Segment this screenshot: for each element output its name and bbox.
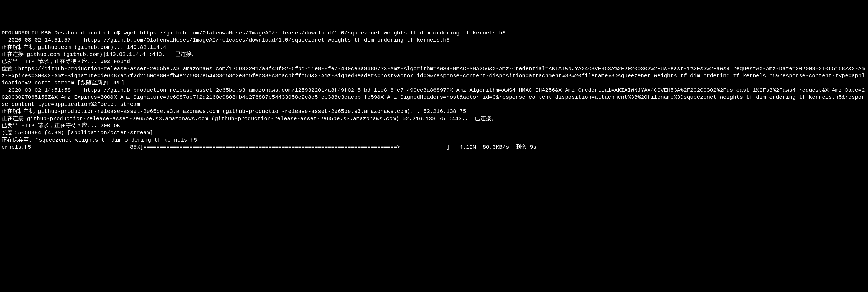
progress-spacer4	[509, 144, 516, 150]
progress-spacer2	[450, 144, 460, 150]
command-line: DFOUNDERLIU-MB0:Desktop dfounderliu$ wge…	[2, 30, 866, 37]
output-line: 已发出 HTTP 请求，正在等待回应... 302 Found	[2, 58, 866, 65]
progress-bar-open: [	[140, 144, 143, 150]
progress-spacer5	[527, 144, 530, 150]
output-line: --2020-03-02 14:51:58-- https://github-p…	[2, 87, 866, 108]
progress-eta: 9s	[530, 144, 536, 150]
output-line: 长度：5059384 (4.8M) [application/octet-str…	[2, 129, 866, 136]
output-line: 已发出 HTTP 请求，正在等待回应... 200 OK	[2, 122, 866, 129]
progress-filename: ernels.h5	[2, 144, 31, 150]
progress-bar-close: ]	[446, 144, 450, 150]
output-line: 正在解析主机 github-production-release-asset-2…	[2, 108, 866, 115]
progress-downloaded: 4.12M	[460, 144, 476, 150]
progress-percent: 85%	[130, 144, 140, 150]
progress-spacer	[31, 144, 130, 150]
progress-spacer3	[476, 144, 483, 150]
output-line: --2020-03-02 14:51:57-- https://github.c…	[2, 37, 866, 44]
terminal-output[interactable]: DFOUNDERLIU-MB0:Desktop dfounderliu$ wge…	[2, 30, 866, 151]
shell-prompt: DFOUNDERLIU-MB0:Desktop dfounderliu$	[2, 30, 123, 36]
progress-speed: 80.3KB/s	[483, 144, 509, 150]
output-line: 正在解析主机 github.com (github.com)... 140.82…	[2, 44, 866, 51]
progress-line: ernels.h5 85%[==========================…	[2, 144, 866, 151]
progress-eta-label: 剩余	[516, 144, 527, 150]
output-line: 位置：https://github-production-release-ass…	[2, 65, 866, 87]
progress-bar-empty	[400, 144, 446, 150]
output-line: 正在连接 github-production-release-asset-2e6…	[2, 115, 866, 122]
output-line: 正在连接 github.com (github.com)|140.82.114.…	[2, 51, 866, 58]
command-text: wget https://github.com/OlafenwaMoses/Im…	[123, 30, 506, 36]
output-line: 正在保存至: “squeezenet_weights_tf_dim_orderi…	[2, 137, 866, 144]
progress-bar-fill: ========================================…	[143, 144, 400, 150]
